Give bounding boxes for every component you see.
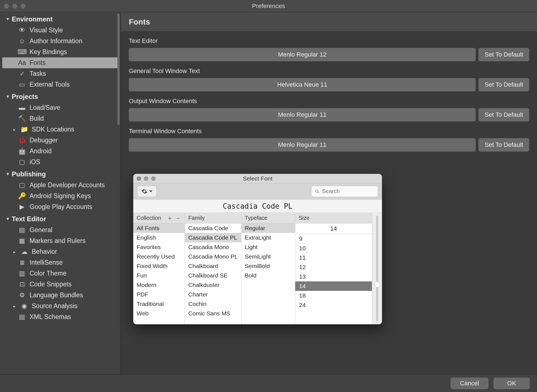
sidebar-section-header[interactable]: ▼Publishing <box>0 167 121 180</box>
section-title: Environment <box>12 15 53 23</box>
sidebar-item[interactable]: ⊡Code Snippets <box>0 279 121 290</box>
list-item[interactable]: 11 <box>295 253 372 262</box>
sidebar-item-label: SDK Locations <box>32 126 74 133</box>
sidebar-item[interactable]: ▤XML Schemas <box>0 311 121 322</box>
sidebar-item[interactable]: 🐞Debugger <box>0 135 121 146</box>
font-search-field[interactable] <box>311 186 378 197</box>
list-item[interactable]: Recently Used <box>133 252 185 261</box>
typeface-header-label: Typeface <box>245 215 267 221</box>
font-picker-button[interactable]: Menlo Regular 11 <box>129 138 476 152</box>
list-item[interactable]: ExtraLight <box>241 233 295 242</box>
sidebar-item[interactable]: ⌨Key Bindings <box>0 47 121 57</box>
list-item[interactable]: SemiBold <box>241 261 295 271</box>
cancel-button[interactable]: Cancel <box>451 378 488 389</box>
list-item[interactable]: Cascadia Mono PL <box>185 252 241 261</box>
list-item[interactable]: Cascadia Code PL <box>185 233 241 242</box>
section-title: Text Editor <box>12 215 46 223</box>
zoom-icon[interactable] <box>151 176 156 181</box>
ok-button[interactable]: OK <box>494 378 530 389</box>
sidebar-item[interactable]: ▬Load/Save <box>0 102 121 113</box>
sidebar-item[interactable]: ▶Google Play Accounts <box>0 201 121 212</box>
list-item[interactable]: Cascadia Mono <box>185 242 241 252</box>
sidebar-item[interactable]: ▥Color Theme <box>0 268 121 279</box>
sidebar-item[interactable]: ▸📁SDK Locations <box>0 124 121 135</box>
add-collection-button[interactable]: ＋ <box>167 214 173 222</box>
zoom-window-button[interactable] <box>21 4 26 9</box>
sidebar-item[interactable]: 🤖Android <box>0 146 121 157</box>
list-item[interactable]: Chalkboard SE <box>185 271 241 280</box>
list-item[interactable]: 24 <box>295 300 372 310</box>
sidebar-item[interactable]: ▭External Tools <box>0 79 121 90</box>
font-picker-button[interactable]: Helvetica Neue 11 <box>129 78 476 91</box>
list-item[interactable]: Regular <box>241 223 295 233</box>
preferences-sidebar[interactable]: ▼Environment👁Visual Style☺Author Informa… <box>0 13 121 374</box>
list-item[interactable]: English <box>133 233 185 242</box>
sidebar-item-label: Key Bindings <box>30 48 67 56</box>
sidebar-section-header[interactable]: ▼Environment <box>0 13 121 25</box>
list-item[interactable]: Favorites <box>133 242 185 252</box>
sidebar-item[interactable]: AaFonts <box>2 57 118 68</box>
sidebar-item[interactable]: ▤General <box>0 225 121 235</box>
sidebar-item[interactable]: 👁Visual Style <box>0 25 121 36</box>
reset-font-button[interactable]: Set To Default <box>478 78 529 91</box>
reset-font-button[interactable]: Set To Default <box>478 108 529 121</box>
list-item[interactable]: 13 <box>295 272 372 281</box>
list-item[interactable]: 9 <box>295 234 372 244</box>
list-item[interactable]: Cochin <box>185 299 241 309</box>
sidebar-item[interactable]: ▸☁Behavior <box>0 246 121 257</box>
font-picker-button[interactable]: Menlo Regular 11 <box>129 108 476 121</box>
list-item[interactable]: PDF <box>133 290 185 299</box>
font-actions-menu[interactable] <box>137 186 157 197</box>
sidebar-item[interactable]: ☺Author Information <box>0 36 121 47</box>
list-item[interactable]: All Fonts <box>133 223 185 233</box>
font-picker-button[interactable]: Menlo Regular 12 <box>129 48 476 61</box>
list-item[interactable]: 18 <box>295 291 372 300</box>
list-item[interactable]: Bold <box>241 271 295 280</box>
list-item[interactable]: Light <box>241 242 295 252</box>
sidebar-item[interactable]: 🔨Build <box>0 113 121 124</box>
size-slider-thumb[interactable] <box>374 281 380 288</box>
list-item[interactable]: Cascadia Code <box>185 223 241 233</box>
sidebar-item[interactable]: ✓Tasks <box>0 68 121 79</box>
typeface-header: Typeface <box>241 213 295 223</box>
minimize-window-button[interactable] <box>12 4 17 9</box>
list-item[interactable]: Fun <box>133 271 185 280</box>
font-search-input[interactable] <box>322 188 374 194</box>
reset-font-button[interactable]: Set To Default <box>478 138 529 152</box>
list-item[interactable]: Modern <box>133 280 185 290</box>
family-list[interactable]: Cascadia CodeCascadia Code PLCascadia Mo… <box>185 223 241 324</box>
list-item[interactable]: Chalkduster <box>185 280 241 290</box>
size-list[interactable]: 910111213141824 <box>295 234 372 324</box>
list-item[interactable]: Charter <box>185 290 241 299</box>
list-item[interactable]: 12 <box>295 262 372 272</box>
remove-collection-button[interactable]: － <box>175 214 181 222</box>
minimize-icon[interactable] <box>144 176 148 181</box>
close-window-button[interactable] <box>4 4 9 9</box>
size-input[interactable] <box>295 223 372 234</box>
typeface-list[interactable]: RegularExtraLightLightSemiLightSemiBoldB… <box>241 223 295 324</box>
list-item[interactable]: Comic Sans MS <box>185 309 241 318</box>
close-icon[interactable] <box>137 176 141 181</box>
behavior-icon: ☁ <box>21 248 28 255</box>
list-item[interactable]: 10 <box>295 244 372 253</box>
sidebar-item[interactable]: ▦Markers and Rulers <box>0 235 121 246</box>
sidebar-section-header[interactable]: ▼Projects <box>0 90 121 102</box>
sidebar-item[interactable]: ≣IntelliSense <box>0 257 121 268</box>
collection-list[interactable]: All FontsEnglishFavoritesRecently UsedFi… <box>133 223 185 324</box>
sidebar-section-header[interactable]: ▼Text Editor <box>0 212 121 225</box>
sidebar-item[interactable]: ▸◉Source Analysis <box>0 301 121 311</box>
list-item[interactable]: Web <box>133 309 185 318</box>
list-item[interactable]: SemiLight <box>241 252 295 261</box>
sidebar-item[interactable]: ⚙Language Bundles <box>0 290 121 301</box>
play-icon: ▶ <box>18 203 26 211</box>
list-item[interactable]: 14 <box>295 281 372 291</box>
sidebar-item[interactable]: ▢Apple Developer Accounts <box>0 180 121 191</box>
sidebar-item[interactable]: 🔑Android Signing Keys <box>0 191 121 201</box>
list-item[interactable]: Traditional <box>133 299 185 309</box>
list-item[interactable]: Fixed Width <box>133 261 185 271</box>
list-item[interactable]: Chalkboard <box>185 261 241 271</box>
size-slider[interactable] <box>372 213 382 324</box>
reset-font-button[interactable]: Set To Default <box>478 48 529 61</box>
font-dialog-toolbar <box>133 183 382 199</box>
sidebar-item[interactable]: ▢iOS <box>0 157 121 167</box>
